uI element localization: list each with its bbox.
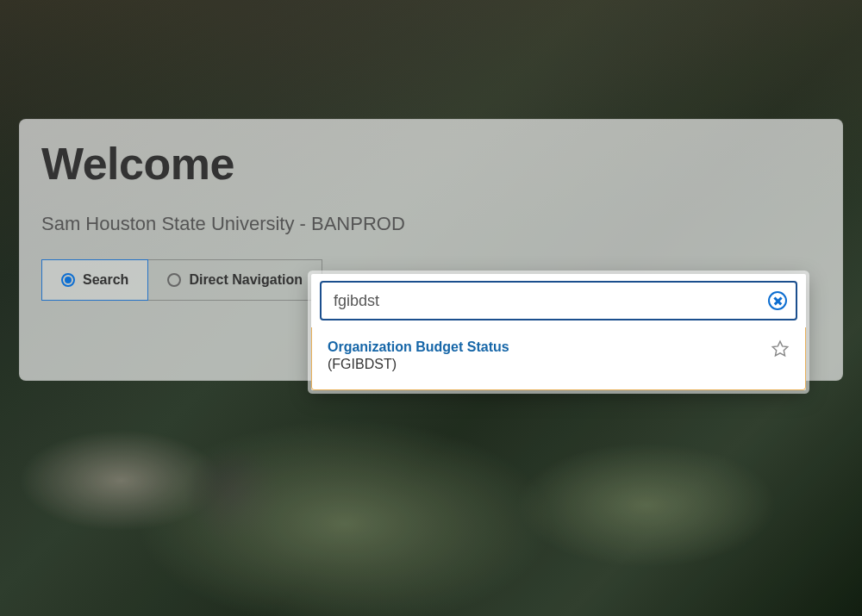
close-circle-icon bbox=[768, 291, 787, 310]
search-popup: Organization Budget Status (FGIBDST) bbox=[311, 274, 806, 390]
tab-search[interactable]: Search bbox=[41, 259, 148, 301]
search-results: Organization Budget Status (FGIBDST) bbox=[311, 327, 806, 390]
tab-direct-label: Direct Navigation bbox=[189, 272, 303, 288]
welcome-title: Welcome bbox=[41, 140, 821, 189]
tab-search-label: Search bbox=[83, 272, 128, 288]
radio-icon bbox=[61, 273, 75, 287]
search-input[interactable] bbox=[322, 292, 759, 310]
result-title: Organization Budget Status bbox=[328, 339, 762, 355]
result-code: (FGIBDST) bbox=[328, 357, 762, 372]
search-result-item[interactable]: Organization Budget Status (FGIBDST) bbox=[328, 339, 790, 372]
result-text: Organization Budget Status (FGIBDST) bbox=[328, 339, 762, 372]
tab-direct-navigation[interactable]: Direct Navigation bbox=[148, 259, 322, 301]
search-input-wrapper bbox=[320, 281, 797, 320]
star-outline-icon bbox=[771, 339, 790, 362]
clear-search-button[interactable] bbox=[759, 283, 796, 319]
welcome-subtitle: Sam Houston State University - BANPROD bbox=[41, 213, 821, 235]
favorite-button[interactable] bbox=[762, 339, 790, 362]
radio-icon bbox=[167, 273, 181, 287]
